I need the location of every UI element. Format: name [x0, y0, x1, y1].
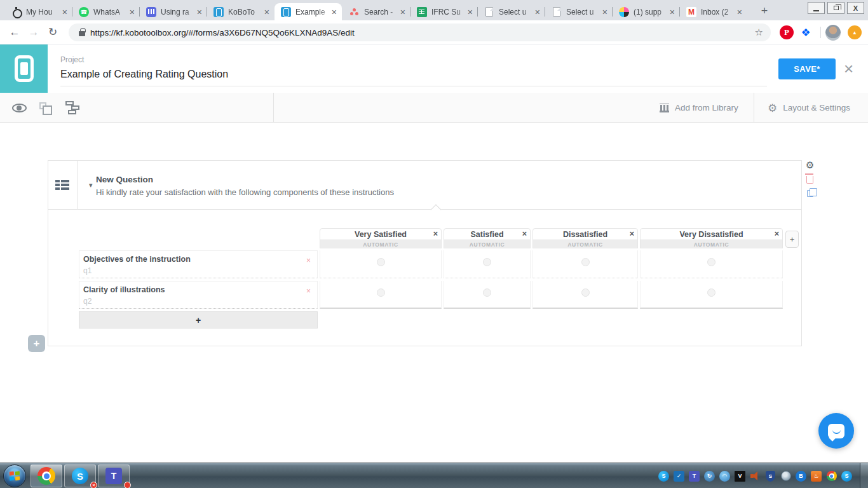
tab-close-icon[interactable]: ×: [61, 8, 69, 17]
row-name[interactable]: q1: [83, 266, 92, 275]
delete-question-icon[interactable]: [806, 176, 813, 184]
tab-search[interactable]: Search - ×: [343, 3, 410, 20]
tab-select-2[interactable]: Select u ×: [545, 3, 613, 20]
add-column-button[interactable]: +: [785, 231, 799, 248]
taskbar-skype-button[interactable]: S ×: [64, 464, 96, 487]
close-editor-icon[interactable]: ×: [844, 60, 853, 78]
matrix-column-very-dissatisfied[interactable]: Very Dissatisfied × AUTOMATIC: [640, 228, 783, 248]
collapse-caret-icon[interactable]: ▾: [89, 181, 93, 189]
remove-column-icon[interactable]: ×: [775, 229, 779, 238]
url-field[interactable]: https://kf.kobotoolbox.org/#/forms/a3X6D…: [69, 24, 771, 41]
dropbox-extension-icon[interactable]: ❖: [798, 25, 813, 40]
update-extension-icon[interactable]: ▲: [847, 25, 862, 40]
layout-settings-button[interactable]: ⚙ Layout & Settings: [768, 93, 850, 123]
pinterest-extension-icon[interactable]: P: [779, 25, 794, 40]
new-tab-button[interactable]: +: [756, 4, 773, 19]
question-header[interactable]: ▾ New Question Hi kindly rate your satis…: [48, 161, 801, 210]
bookmark-star-icon[interactable]: ☆: [755, 27, 763, 38]
tab-ifrc-sheet[interactable]: IFRC Su ×: [410, 3, 478, 20]
network-globe-icon[interactable]: [780, 471, 791, 482]
teams-tray-icon[interactable]: T: [689, 471, 700, 482]
tab-close-icon[interactable]: ×: [466, 8, 474, 17]
project-title-input[interactable]: Example of Creating Rating Question: [60, 69, 767, 86]
secure-lock-icon[interactable]: [79, 31, 85, 36]
question-settings-icon[interactable]: ⚙: [806, 161, 814, 170]
profile-avatar[interactable]: [825, 25, 841, 40]
forticlient-icon[interactable]: ✓: [674, 471, 684, 482]
skype-tray-icon[interactable]: S: [658, 471, 669, 482]
java-update-icon[interactable]: ♨: [811, 471, 822, 482]
tab-example-active[interactable]: Example ×: [275, 3, 342, 20]
radio-button[interactable]: [707, 258, 715, 266]
matrix-column-very-satisfied[interactable]: Very Satisfied × AUTOMATIC: [320, 228, 442, 248]
tab-inbox[interactable]: M Inbox (2 ×: [680, 3, 747, 20]
duplicate-question-icon[interactable]: [807, 190, 813, 197]
remove-column-icon[interactable]: ×: [630, 229, 634, 238]
v-app-icon[interactable]: V: [735, 471, 745, 482]
column-label[interactable]: Very Satisfied: [355, 230, 407, 239]
question-title[interactable]: New Question: [96, 175, 153, 184]
matrix-row-clarity[interactable]: Clarity of illustrations q2 ×: [79, 281, 318, 309]
chrome-tray-icon[interactable]: [826, 471, 837, 482]
tab-close-icon[interactable]: ×: [668, 8, 676, 17]
tab-kobotoolbox[interactable]: KoBoTo ×: [207, 3, 275, 20]
matrix-row-objectives[interactable]: Objectives of the instruction q1 ×: [79, 250, 318, 278]
tab-support[interactable]: (1) supp ×: [613, 3, 680, 20]
save-button[interactable]: SAVE*: [778, 58, 836, 79]
remove-column-icon[interactable]: ×: [522, 229, 527, 238]
restore-button[interactable]: [827, 2, 844, 14]
matrix-column-satisfied[interactable]: Satisfied × AUTOMATIC: [444, 228, 531, 248]
remove-column-icon[interactable]: ×: [433, 229, 438, 238]
row-label[interactable]: Objectives of the instruction: [83, 255, 191, 264]
radio-button[interactable]: [483, 288, 491, 297]
show-desktop-button[interactable]: [860, 463, 868, 488]
tab-my-hours[interactable]: My Hou ×: [5, 3, 72, 20]
clone-icon[interactable]: [39, 102, 46, 109]
reload-button[interactable]: ↻: [43, 25, 62, 39]
security-shield-icon[interactable]: S: [765, 471, 776, 482]
start-button[interactable]: [3, 464, 26, 487]
tab-close-icon[interactable]: ×: [601, 8, 609, 17]
column-label[interactable]: Very Dissatisfied: [679, 230, 743, 239]
remove-row-icon[interactable]: ×: [306, 256, 311, 265]
bluetooth-icon[interactable]: B: [796, 471, 806, 482]
chat-launcher-button[interactable]: [818, 413, 854, 449]
taskbar-teams-button[interactable]: T: [98, 464, 130, 487]
sync-arrows-icon[interactable]: ↻: [704, 471, 715, 482]
close-window-button[interactable]: X: [847, 2, 864, 14]
url-text[interactable]: https://kf.kobotoolbox.org/#/forms/a3X6D…: [90, 28, 355, 37]
radio-button[interactable]: [581, 258, 590, 266]
tab-close-icon[interactable]: ×: [196, 8, 203, 17]
column-label[interactable]: Satisfied: [470, 230, 503, 239]
column-label[interactable]: Dissatisfied: [563, 230, 607, 239]
minimize-button[interactable]: [808, 2, 825, 14]
taskbar-chrome-button[interactable]: [31, 464, 62, 487]
skype-offline-tray-icon[interactable]: S: [841, 471, 852, 482]
add-row-button[interactable]: +: [79, 311, 318, 329]
preview-icon[interactable]: [12, 104, 27, 112]
tab-close-icon[interactable]: ×: [263, 8, 271, 17]
tab-close-icon[interactable]: ×: [128, 8, 136, 17]
tab-close-icon[interactable]: ×: [399, 8, 407, 17]
matrix-column-dissatisfied[interactable]: Dissatisfied × AUTOMATIC: [532, 228, 638, 248]
tab-whatsapp[interactable]: ☎ WhatsA ×: [72, 3, 140, 20]
question-hint[interactable]: Hi kindly rate your satisfaction with th…: [96, 187, 394, 197]
radio-button[interactable]: [377, 288, 385, 297]
row-label[interactable]: Clarity of illustrations: [83, 285, 165, 294]
tab-close-icon[interactable]: ×: [736, 8, 743, 17]
row-name[interactable]: q2: [83, 297, 92, 306]
volume-icon[interactable]: [750, 471, 761, 482]
radio-button[interactable]: [707, 288, 715, 297]
add-from-library-button[interactable]: Add from Library: [660, 93, 738, 123]
group-questions-icon[interactable]: [65, 101, 79, 114]
tab-close-icon[interactable]: ×: [330, 8, 338, 17]
radio-button[interactable]: [483, 258, 491, 266]
forward-button[interactable]: →: [24, 26, 43, 39]
radio-button[interactable]: [581, 288, 590, 297]
remove-row-icon[interactable]: ×: [306, 287, 311, 295]
tab-select-1[interactable]: Select u ×: [478, 3, 545, 20]
onedrive-icon[interactable]: ◠: [719, 471, 730, 482]
kobotoolbox-logo[interactable]: [0, 44, 48, 93]
tab-close-icon[interactable]: ×: [534, 8, 541, 17]
tab-using-rating[interactable]: Using ra ×: [140, 3, 207, 20]
